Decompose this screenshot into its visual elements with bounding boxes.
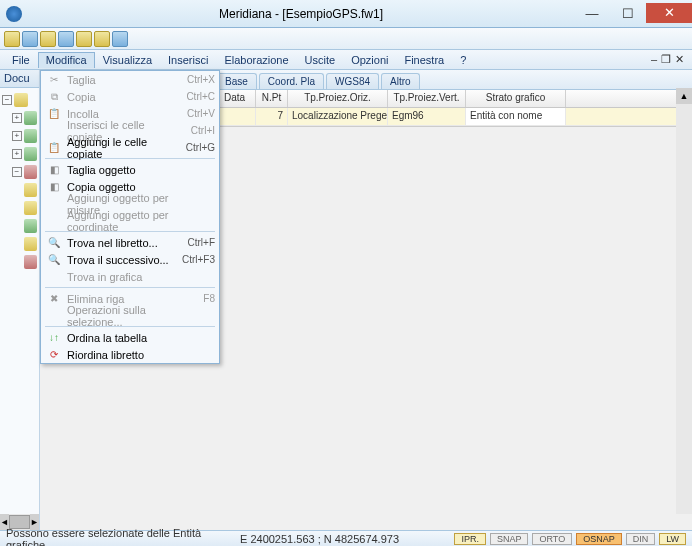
table-cell[interactable]: Egm96 [388, 108, 466, 125]
table-header-cell[interactable]: Data [214, 90, 256, 107]
menu-finestra[interactable]: Finestra [396, 52, 452, 68]
tree-node-icon [24, 111, 37, 125]
menu-item-shortcut: Ctrl+G [173, 142, 215, 153]
tree-leaf-icon [24, 255, 37, 269]
paste-icon: 📋 [45, 141, 63, 155]
blank-icon [45, 309, 63, 323]
mdi-close-icon[interactable]: ✕ [675, 53, 684, 66]
menu-item-shortcut: Ctrl+F3 [173, 254, 215, 265]
status-btn-din[interactable]: DIN [626, 533, 656, 545]
status-btn-lw[interactable]: LW [659, 533, 686, 545]
paste-icon: 📋 [45, 107, 63, 121]
menu-opzioni[interactable]: Opzioni [343, 52, 396, 68]
menu-item-label: Trova nel libretto... [63, 237, 173, 249]
status-btn-ipr[interactable]: IPR. [454, 533, 486, 545]
tree-expander-icon[interactable]: + [12, 113, 22, 123]
toolbar-icon[interactable] [112, 31, 128, 47]
menu-item-aggiungi-le-celle-copiate[interactable]: 📋Aggiungi le celle copiateCtrl+G [41, 139, 219, 156]
menu-item-taglia-oggetto[interactable]: ◧Taglia oggetto [41, 161, 219, 178]
status-bar: Possono essere selezionate delle Entità … [0, 530, 692, 546]
menu-file[interactable]: File [4, 52, 38, 68]
toolbar-icon[interactable] [40, 31, 56, 47]
blank-icon [45, 270, 63, 284]
tree-view[interactable]: − + + + − [0, 88, 39, 276]
menu-item-shortcut: F8 [173, 293, 215, 304]
vertical-scrollbar[interactable]: ▲ [676, 88, 692, 514]
blank-icon [45, 124, 63, 138]
modifica-dropdown-menu: ✂TagliaCtrl+X⧉CopiaCtrl+C📋IncollaCtrl+VI… [40, 70, 220, 364]
tree-leaf-icon [24, 219, 37, 233]
table-header-cell[interactable]: Strato grafico [466, 90, 566, 107]
menu-item-trova-nel-libretto[interactable]: 🔍Trova nel libretto...Ctrl+F [41, 234, 219, 251]
menu-uscite[interactable]: Uscite [297, 52, 344, 68]
menu-item-trova-il-successivo[interactable]: 🔍Trova il successivo...Ctrl+F3 [41, 251, 219, 268]
toolbar-icon[interactable] [22, 31, 38, 47]
tree-expander-icon[interactable]: + [12, 131, 22, 141]
docu-panel: Docu − + + + − ◄ ► [0, 70, 40, 530]
tree-node-icon [24, 165, 37, 179]
menu-item-shortcut: Ctrl+X [173, 74, 215, 85]
menu-item-riordina-libretto[interactable]: ⟳Riordina libretto [41, 346, 219, 363]
menu-item-ordina-la-tabella[interactable]: ↓↑Ordina la tabella [41, 329, 219, 346]
blank-icon [45, 197, 63, 211]
close-button[interactable]: ✕ [646, 3, 692, 23]
menu-inserisci[interactable]: Inserisci [160, 52, 216, 68]
blank-icon [45, 214, 63, 228]
table-header-cell[interactable]: Tp.Proiez.Vert. [388, 90, 466, 107]
menu-help[interactable]: ? [452, 52, 474, 68]
tree-expander-icon[interactable]: + [12, 149, 22, 159]
menu-item-copia: ⧉CopiaCtrl+C [41, 88, 219, 105]
tab-base[interactable]: Base [216, 73, 257, 89]
del-icon: ✖ [45, 292, 63, 306]
status-btn-osnap[interactable]: OSNAP [576, 533, 622, 545]
toolbar-icon[interactable] [76, 31, 92, 47]
mdi-buttons: – ❐ ✕ [651, 53, 688, 66]
tree-leaf-icon [24, 201, 37, 215]
tree-expander-icon[interactable]: − [2, 95, 12, 105]
menu-item-label: Ordina la tabella [63, 332, 173, 344]
table-header-cell[interactable]: N.Pt [256, 90, 288, 107]
menu-bar: File Modifica Visualizza Inserisci Elabo… [0, 50, 692, 70]
menu-item-operazioni-sulla-selezione: Operazioni sulla selezione... [41, 307, 219, 324]
status-message: Possono essere selezionate delle Entità … [0, 527, 240, 547]
tab-altro[interactable]: Altro [381, 73, 420, 89]
cut-icon: ✂ [45, 73, 63, 87]
menu-elaborazione[interactable]: Elaborazione [216, 52, 296, 68]
menu-modifica[interactable]: Modifica [38, 52, 95, 68]
mdi-restore-icon[interactable]: ❐ [661, 53, 671, 66]
menu-visualizza[interactable]: Visualizza [95, 52, 160, 68]
tree-expander-icon[interactable]: − [12, 167, 22, 177]
toolbar-strip [0, 28, 692, 50]
obj-icon: ◧ [45, 163, 63, 177]
status-btn-orto[interactable]: ORTO [532, 533, 572, 545]
tree-node-icon [24, 147, 37, 161]
menu-item-label: Aggiungi oggetto per coordinate [63, 209, 173, 233]
table-cell[interactable]: 7 [256, 108, 288, 125]
tab-wgs84[interactable]: WGS84 [326, 73, 379, 89]
reorder-icon: ⟳ [45, 348, 63, 362]
menu-item-shortcut: Ctrl+F [173, 237, 215, 248]
window-title: Meridiana - [EsempioGPS.fw1] [28, 7, 574, 21]
table-cell[interactable]: Entità con nome [466, 108, 566, 125]
menu-item-label: Copia [63, 91, 173, 103]
toolbar-icon[interactable] [94, 31, 110, 47]
tab-coord-pla[interactable]: Coord. Pla [259, 73, 324, 89]
toolbar-icon[interactable] [4, 31, 20, 47]
menu-item-taglia: ✂TagliaCtrl+X [41, 71, 219, 88]
sort-icon: ↓↑ [45, 331, 63, 345]
menu-item-label: Taglia [63, 74, 173, 86]
menu-item-label: Trova in grafica [63, 271, 173, 283]
toolbar-icon[interactable] [58, 31, 74, 47]
table-cell[interactable] [214, 108, 256, 125]
scroll-up-icon[interactable]: ▲ [676, 88, 692, 104]
minimize-button[interactable]: — [574, 3, 610, 25]
app-icon [6, 6, 22, 22]
tree-node-icon [24, 129, 37, 143]
menu-item-label: Aggiungi le celle copiate [63, 136, 173, 160]
table-cell[interactable]: Localizzazione Pregeo [288, 108, 388, 125]
docu-panel-title: Docu [0, 70, 39, 88]
mdi-minimize-icon[interactable]: – [651, 53, 657, 66]
maximize-button[interactable]: ☐ [610, 3, 646, 25]
table-header-cell[interactable]: Tp.Proiez.Oriz. [288, 90, 388, 107]
status-btn-snap[interactable]: SNAP [490, 533, 529, 545]
